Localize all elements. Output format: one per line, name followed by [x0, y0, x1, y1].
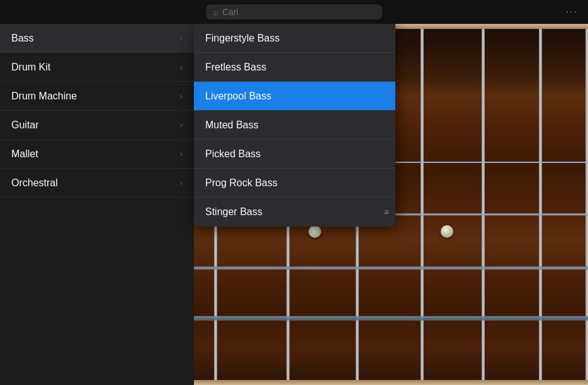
search-icon: ⌕ — [213, 8, 218, 17]
bass-chevron-icon: › — [180, 34, 183, 43]
fret-marker-3 — [441, 225, 453, 238]
sidebar-item-orchestral[interactable]: Orchestral › — [0, 169, 194, 198]
dropdown-item-progrock-label: Prog Rock Bass — [205, 177, 278, 189]
drummachine-chevron-icon: › — [180, 92, 183, 101]
sidebar-item-drummachine[interactable]: Drum Machine › — [0, 82, 194, 111]
dropdown-item-liverpool[interactable]: Liverpool Bass — [194, 82, 395, 111]
sidebar-item-orchestral-label: Orchestral — [11, 177, 58, 189]
search-input[interactable] — [222, 7, 361, 17]
dropdown-item-muted[interactable]: Muted Bass — [194, 111, 395, 140]
search-container[interactable]: ⌕ — [206, 4, 382, 20]
drumkit-chevron-icon: › — [180, 63, 183, 72]
scroll-indicator: ≡ — [384, 207, 389, 217]
dropdown-item-muted-label: Muted Bass — [205, 120, 258, 131]
sidebar: Bass › Drum Kit › Drum Machine › Guitar … — [0, 24, 194, 385]
dropdown-item-fingerstyle-label: Fingerstyle Bass — [205, 33, 280, 44]
fret-5 — [421, 24, 424, 385]
dropdown-item-stinger-label: Stinger Bass — [205, 206, 263, 218]
menu-icon[interactable]: ··· — [566, 6, 578, 18]
dropdown-panel: Fingerstyle Bass Fretless Bass Liverpool… — [194, 24, 395, 226]
guitar-chevron-icon: › — [180, 121, 183, 130]
dropdown-item-stinger[interactable]: Stinger Bass ≡ — [194, 198, 395, 226]
sidebar-item-drumkit-label: Drum Kit — [11, 62, 50, 73]
sidebar-item-drummachine-label: Drum Machine — [11, 91, 77, 102]
dropdown-item-progrock[interactable]: Prog Rock Bass — [194, 169, 395, 198]
fret-6 — [482, 24, 485, 385]
sidebar-item-bass[interactable]: Bass › — [0, 24, 194, 53]
sidebar-item-drumkit[interactable]: Drum Kit › — [0, 53, 194, 82]
sidebar-item-mallet-label: Mallet — [11, 148, 38, 160]
dropdown-item-fretless[interactable]: Fretless Bass — [194, 53, 395, 82]
sidebar-item-guitar[interactable]: Guitar › — [0, 111, 194, 140]
dropdown-item-fingerstyle[interactable]: Fingerstyle Bass — [194, 24, 395, 53]
fret-7 — [539, 24, 542, 385]
dropdown-item-fretless-label: Fretless Bass — [205, 62, 266, 73]
sidebar-item-bass-label: Bass — [11, 33, 34, 44]
fret-8 — [585, 24, 588, 385]
sidebar-item-guitar-label: Guitar — [11, 120, 39, 131]
mallet-chevron-icon: › — [180, 150, 183, 159]
sidebar-item-mallet[interactable]: Mallet › — [0, 140, 194, 169]
top-bar: ⌕ ··· — [0, 0, 588, 24]
fret-marker-2 — [308, 225, 321, 238]
dropdown-item-picked[interactable]: Picked Bass — [194, 140, 395, 169]
dropdown-item-liverpool-label: Liverpool Bass — [205, 91, 271, 102]
main-content: Bass › Drum Kit › Drum Machine › Guitar … — [0, 24, 588, 385]
orchestral-chevron-icon: › — [180, 179, 183, 187]
dropdown-item-picked-label: Picked Bass — [205, 148, 261, 160]
